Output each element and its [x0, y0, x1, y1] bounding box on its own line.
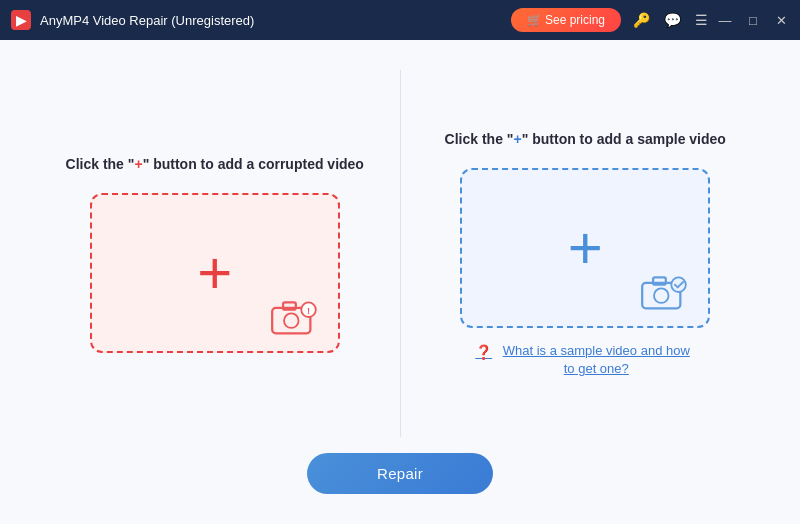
title-bar: ▶ AnyMP4 Video Repair (Unregistered) 🛒 S… [0, 0, 800, 40]
main-content: Click the "+" button to add a corrupted … [0, 40, 800, 524]
app-title: AnyMP4 Video Repair (Unregistered) [40, 13, 511, 28]
svg-point-4 [284, 313, 299, 328]
svg-rect-3 [283, 302, 296, 309]
bottom-bar: Repair [40, 437, 760, 504]
add-corrupted-plus-icon: + [197, 243, 232, 303]
sample-instruction: Click the "+" button to add a sample vid… [445, 129, 726, 150]
svg-text:!: ! [307, 306, 310, 316]
svg-text:▶: ▶ [16, 13, 27, 28]
panels-row: Click the "+" button to add a corrupted … [40, 70, 760, 437]
repair-button[interactable]: Repair [307, 453, 493, 494]
sample-camera-icon [638, 272, 690, 312]
see-pricing-button[interactable]: 🛒 See pricing [511, 8, 621, 32]
help-circle-icon: ❓ [475, 343, 492, 363]
plus-blue: + [513, 131, 521, 147]
chat-icon[interactable]: 💬 [664, 12, 681, 28]
sample-video-panel: Click the "+" button to add a sample vid… [411, 70, 761, 437]
svg-point-10 [672, 277, 687, 292]
key-icon[interactable]: 🔑 [633, 12, 650, 28]
minimize-button[interactable]: — [716, 13, 734, 28]
corrupted-camera-icon: ! [268, 297, 320, 337]
plus-red: + [134, 156, 142, 172]
help-link-text: What is a sample video and how to get on… [497, 342, 695, 378]
svg-point-9 [654, 288, 669, 303]
corrupted-instruction: Click the "+" button to add a corrupted … [66, 154, 364, 175]
close-button[interactable]: ✕ [772, 13, 790, 28]
add-sample-plus-icon: + [568, 218, 603, 278]
menu-icon[interactable]: ☰ [695, 12, 708, 28]
window-controls: — □ ✕ [716, 13, 790, 28]
add-sample-button[interactable]: + [460, 168, 710, 328]
toolbar-icons: 🔑 💬 ☰ [633, 12, 708, 28]
corrupted-video-panel: Click the "+" button to add a corrupted … [40, 70, 390, 437]
sample-video-help-link[interactable]: ❓ What is a sample video and how to get … [475, 342, 695, 378]
svg-rect-8 [653, 277, 666, 284]
panel-divider [400, 70, 401, 437]
add-corrupted-button[interactable]: + ! [90, 193, 340, 353]
maximize-button[interactable]: □ [744, 13, 762, 28]
app-logo: ▶ [10, 9, 32, 31]
